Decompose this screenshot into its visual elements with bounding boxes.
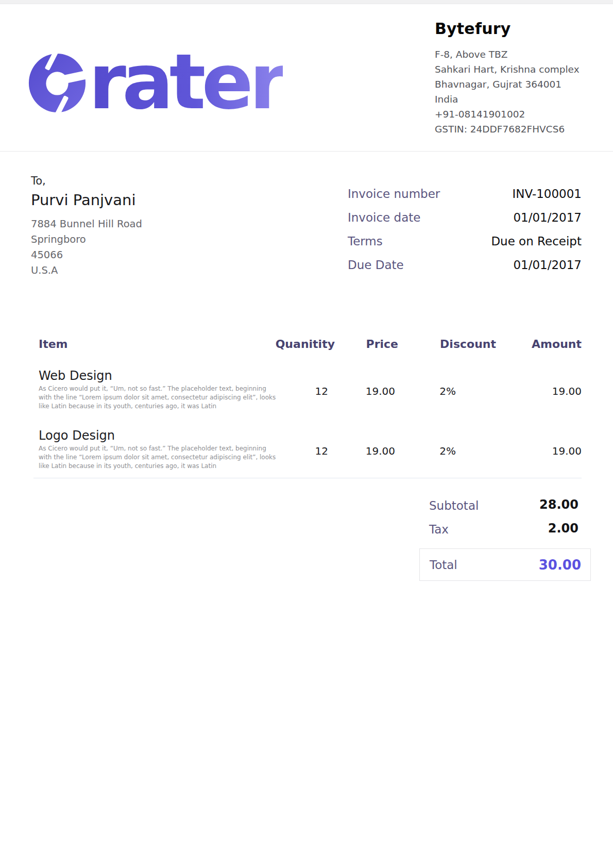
item-description: As Cicero would put it, “Um, not so fast… <box>39 444 276 471</box>
item-amount: 19.00 <box>552 445 582 457</box>
item-name: Logo Design <box>39 428 115 443</box>
terms-value: Due on Receipt <box>491 233 582 249</box>
window-top-edge <box>0 0 613 4</box>
company-name: Bytefury <box>435 20 589 38</box>
item-quantity: 12 <box>315 385 328 397</box>
column-header-discount: Discount <box>440 336 496 353</box>
column-header-price: Price <box>366 336 398 353</box>
invoice-number-label: Invoice number <box>348 186 440 202</box>
total-value: 30.00 <box>539 557 581 573</box>
due-date-value: 01/01/2017 <box>513 257 582 273</box>
item-discount: 2% <box>439 445 456 457</box>
item-description: As Cicero would put it, “Um, not so fast… <box>39 385 276 411</box>
company-address-line: India <box>435 92 589 107</box>
company-phone: +91-08141901002 <box>435 107 589 122</box>
customer-address-line: 45066 <box>31 247 142 263</box>
column-header-item: Item <box>39 336 68 353</box>
column-header-quantity: Quanitity <box>276 336 335 353</box>
item-amount: 19.00 <box>552 385 582 397</box>
bill-to-block: To, Purvi Panjvani 7884 Bunnel Hill Road… <box>31 174 142 278</box>
item-name: Web Design <box>39 368 112 383</box>
crater-logo-c-icon <box>27 51 88 115</box>
bill-to-label: To, <box>31 174 142 188</box>
invoice-page: rater Bytefury F-8, Above TBZ Sahkari Ha… <box>0 0 613 868</box>
table-bottom-divider <box>33 478 582 478</box>
subtotal-label: Subtotal <box>429 498 479 513</box>
tax-value: 2.00 <box>548 521 578 536</box>
item-price: 19.00 <box>366 385 395 397</box>
company-address-line: Bhavnagar, Gujrat 364001 <box>435 77 589 92</box>
customer-address-line: Springboro <box>31 232 142 247</box>
crater-logo-wordmark: rater <box>89 48 283 115</box>
column-header-amount: Amount <box>532 336 582 353</box>
header-divider <box>0 151 613 152</box>
customer-address-line: 7884 Bunnel Hill Road <box>31 216 142 232</box>
invoice-date-value: 01/01/2017 <box>513 210 582 225</box>
invoice-number-value: INV-100001 <box>513 186 582 202</box>
invoice-date-label: Invoice date <box>348 210 420 225</box>
item-quantity: 12 <box>315 445 328 457</box>
company-address-line: F-8, Above TBZ <box>435 47 589 62</box>
company-gstin: GSTIN: 24DDF7682FHVCS6 <box>435 122 589 137</box>
company-info: Bytefury F-8, Above TBZ Sahkari Hart, Kr… <box>435 20 589 137</box>
customer-address: 7884 Bunnel Hill Road Springboro 45066 U… <box>31 216 142 278</box>
invoice-meta-row: Invoice date 01/01/2017 <box>348 210 582 233</box>
invoice-meta-row: Invoice number INV-100001 <box>348 186 582 210</box>
tax-label: Tax <box>429 522 449 537</box>
due-date-label: Due Date <box>348 257 404 273</box>
item-price: 19.00 <box>366 445 395 457</box>
customer-name: Purvi Panjvani <box>31 191 142 210</box>
total-box: Total 30.00 <box>419 548 591 581</box>
company-address-line: Sahkari Hart, Krishna complex <box>435 62 589 77</box>
crater-logo: rater <box>27 48 283 115</box>
invoice-meta-row: Terms Due on Receipt <box>348 233 582 257</box>
item-discount: 2% <box>439 385 456 397</box>
subtotal-value: 28.00 <box>539 497 578 512</box>
total-label: Total <box>430 558 457 572</box>
customer-address-line: U.S.A <box>31 263 142 278</box>
invoice-meta: Invoice number INV-100001 Invoice date 0… <box>348 186 582 281</box>
invoice-meta-row: Due Date 01/01/2017 <box>348 257 582 281</box>
terms-label: Terms <box>348 233 383 249</box>
